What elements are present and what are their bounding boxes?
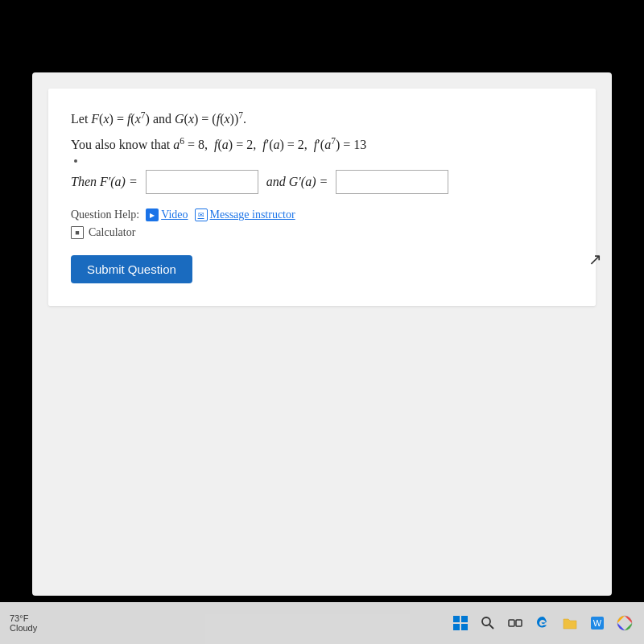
task-view-button[interactable]	[506, 613, 525, 633]
temperature: 73°F	[10, 613, 37, 623]
settings-button[interactable]: W	[588, 613, 607, 633]
search-taskbar-button[interactable]	[478, 613, 497, 633]
message-instructor-link[interactable]: ✉ Message instructor	[195, 208, 295, 221]
g-prime-input[interactable]	[336, 170, 448, 194]
question-help-row: Question Help: ▶ Video ✉ Message instruc…	[71, 208, 573, 221]
file-explorer-button[interactable]	[560, 613, 580, 633]
windows-start-button[interactable]	[451, 613, 470, 633]
video-icon: ▶	[146, 208, 159, 221]
calculator-label: Calculator	[89, 226, 135, 239]
dot-indicator	[74, 159, 77, 163]
submit-button[interactable]: Submit Question	[71, 255, 192, 283]
app-icon[interactable]	[615, 613, 634, 633]
problem-line-2: You also know that a6 = 8, f(a) = 2, f′(…	[71, 134, 573, 156]
weather-display: 73°F Cloudy	[10, 613, 37, 633]
f-prime-label: Then F′(a) =	[71, 175, 138, 189]
calculator-icon: ■	[71, 226, 84, 239]
svg-line-1	[489, 625, 493, 629]
taskbar: 73°F Cloudy	[0, 602, 644, 644]
svg-rect-2	[509, 620, 514, 626]
svg-point-0	[482, 617, 490, 625]
problem-line-1: Let F(x) = f(x7) and G(x) = (f(x))7.	[71, 108, 573, 130]
f-prime-input[interactable]	[146, 170, 258, 194]
video-link[interactable]: ▶ Video	[146, 208, 188, 221]
svg-rect-3	[516, 620, 522, 626]
edge-browser-button[interactable]	[533, 613, 552, 633]
content-area: Let F(x) = f(x7) and G(x) = (f(x))7. You…	[48, 89, 596, 306]
g-prime-label: and G′(a) =	[266, 175, 328, 189]
svg-text:W: W	[593, 618, 602, 628]
answer-row: Then F′(a) = and G′(a) =	[71, 170, 573, 194]
problem-text: Let F(x) = f(x7) and G(x) = (f(x))7. You…	[71, 108, 573, 155]
taskbar-icons: W	[451, 613, 634, 633]
question-help-label: Question Help:	[71, 208, 139, 221]
condition: Cloudy	[10, 623, 37, 633]
calculator-row: ■ Calculator	[71, 226, 573, 239]
message-icon: ✉	[195, 208, 208, 221]
